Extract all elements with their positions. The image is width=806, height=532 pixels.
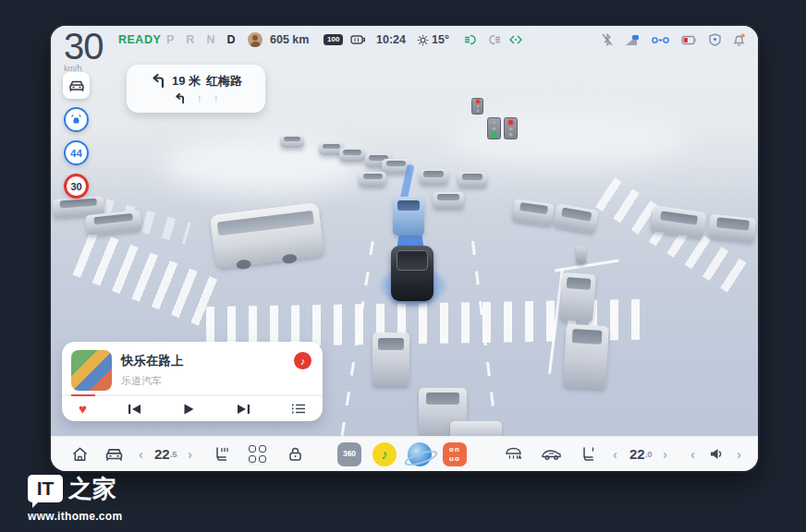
volume-up-button[interactable]: › <box>737 437 741 471</box>
navigation-card[interactable]: 19 米 红梅路 ↑ ↑ <box>127 65 265 113</box>
seat-heat-left-button[interactable] <box>214 437 231 471</box>
home-button[interactable] <box>71 437 89 471</box>
temp-right-value[interactable]: 22.0 <box>629 437 653 471</box>
previous-track-button[interactable] <box>128 403 142 416</box>
app-onvo[interactable]: onuo <box>443 437 467 471</box>
vehicle-car-rear <box>559 272 596 322</box>
track-artist: 乐道汽车 <box>121 374 184 388</box>
width-lamp-icon <box>508 34 523 45</box>
set-speed-value: 44 <box>70 148 82 159</box>
vehicle-suv-rear <box>563 324 608 389</box>
app-drawer-button[interactable] <box>249 437 266 471</box>
onvo-app-icon: onuo <box>443 442 467 466</box>
battery-indicator: 100 <box>324 26 343 54</box>
vehicle-scooter <box>576 246 586 264</box>
gear-indicator: P R N D <box>166 26 235 54</box>
vehicle-status-button[interactable] <box>63 72 90 99</box>
device-battery-icon[interactable] <box>681 35 697 45</box>
planet-icon <box>408 442 432 466</box>
defrost-auto-button[interactable] <box>504 437 523 471</box>
vehicle-car <box>433 192 464 209</box>
nav-road-name: 红梅路 <box>206 73 242 90</box>
lead-vehicle <box>393 197 424 236</box>
temp-left-value[interactable]: 22.5 <box>154 437 177 471</box>
lane-straight-icon: ↑ <box>214 92 219 105</box>
volume-indicator[interactable] <box>709 437 725 471</box>
turn-left-icon <box>150 73 166 89</box>
playlist-button[interactable] <box>291 403 306 415</box>
ithome-logo-text: 之家 <box>68 475 116 502</box>
track-title: 快乐在路上 <box>121 353 184 369</box>
media-player-card[interactable]: 快乐在路上 乐道汽车 ♪ ♥ <box>62 342 323 421</box>
notification-bell-icon[interactable] <box>733 33 745 46</box>
network-signal-icon[interactable] <box>625 34 640 46</box>
temp-left-up-button[interactable]: › <box>188 437 192 471</box>
favorite-button[interactable]: ♥ <box>79 401 87 417</box>
bottom-dock: ‹ 22.5 › 360 ♪ onuo <box>51 436 758 471</box>
nav-distance: 19 米 <box>172 73 201 90</box>
car-front-icon <box>104 447 124 462</box>
pilot-assist-button[interactable] <box>64 107 89 132</box>
ithome-logo-icon: IT <box>28 475 63 502</box>
car-infotainment-screen: 30 km/h READY P R N D 605 km 100 10:24 1… <box>51 26 758 471</box>
lane-turn-left-icon <box>174 92 186 104</box>
vehicle-car <box>708 213 756 242</box>
vehicle-car <box>359 172 386 187</box>
music-app-badge-icon[interactable]: ♪ <box>294 352 311 369</box>
app-360-icon: 360 <box>337 442 361 466</box>
lamp-indicators <box>464 26 523 54</box>
temp-right-up-button[interactable]: › <box>663 437 667 471</box>
home-icon <box>71 446 89 463</box>
status-icons <box>602 26 745 54</box>
vehicle-car <box>280 135 304 148</box>
vehicle-bus <box>210 202 324 269</box>
charging-icon <box>350 26 366 54</box>
volume-down-button[interactable]: ‹ <box>690 437 695 471</box>
defrost-icon <box>504 446 523 462</box>
connected-devices-icon[interactable] <box>652 35 669 45</box>
vehicle-car <box>458 172 487 187</box>
speaker-icon <box>709 447 725 461</box>
album-art[interactable] <box>71 350 112 391</box>
app-browser[interactable] <box>408 437 432 471</box>
weather-indicator: 15° <box>417 26 449 54</box>
vehicle-car <box>85 210 142 236</box>
play-button[interactable] <box>182 403 195 416</box>
ready-indicator: READY <box>118 26 161 54</box>
stop-line <box>555 260 619 272</box>
battery-percent: 100 <box>324 34 343 45</box>
gear-n: N <box>206 33 214 46</box>
lock-icon <box>287 446 303 462</box>
lock-button[interactable] <box>287 437 303 471</box>
next-track-button[interactable] <box>236 403 250 416</box>
app-360-view[interactable]: 360 <box>337 437 361 471</box>
traffic-light-green <box>487 117 501 139</box>
gear-r: R <box>186 33 194 46</box>
temp-right-down-button[interactable]: ‹ <box>613 437 617 471</box>
security-shield-icon[interactable] <box>709 33 721 46</box>
speed-limit-value: 30 <box>70 181 81 192</box>
seat-heat-right-button[interactable] <box>580 437 597 471</box>
driver-profile-button[interactable] <box>248 26 263 54</box>
ithome-watermark: IT 之家 www.ithome.com <box>28 475 122 523</box>
gear-d-active: D <box>226 33 235 46</box>
lane-straight-icon: ↑ <box>197 92 202 105</box>
set-speed-badge[interactable]: 44 <box>64 140 89 165</box>
temp-left-down-button[interactable]: ‹ <box>139 437 143 471</box>
car-front-icon <box>68 79 85 92</box>
fog-lamp-icon <box>464 34 479 45</box>
cabin-airflow-button[interactable] <box>541 437 562 471</box>
vehicle-controls-button[interactable] <box>104 437 124 471</box>
ego-vehicle <box>391 246 434 301</box>
vehicle-car-rear <box>372 332 409 386</box>
car-side-icon <box>541 447 562 461</box>
app-qq-music[interactable]: ♪ <box>372 437 397 471</box>
fog-patch <box>448 114 689 164</box>
vehicle-car <box>553 203 599 234</box>
track-info: 快乐在路上 乐道汽车 <box>121 350 184 388</box>
driver-avatar-icon <box>248 32 263 47</box>
range-value: 605 km <box>270 26 309 54</box>
qq-music-icon: ♪ <box>372 442 397 466</box>
bluetooth-off-icon[interactable] <box>602 33 613 46</box>
traffic-light <box>471 98 483 115</box>
